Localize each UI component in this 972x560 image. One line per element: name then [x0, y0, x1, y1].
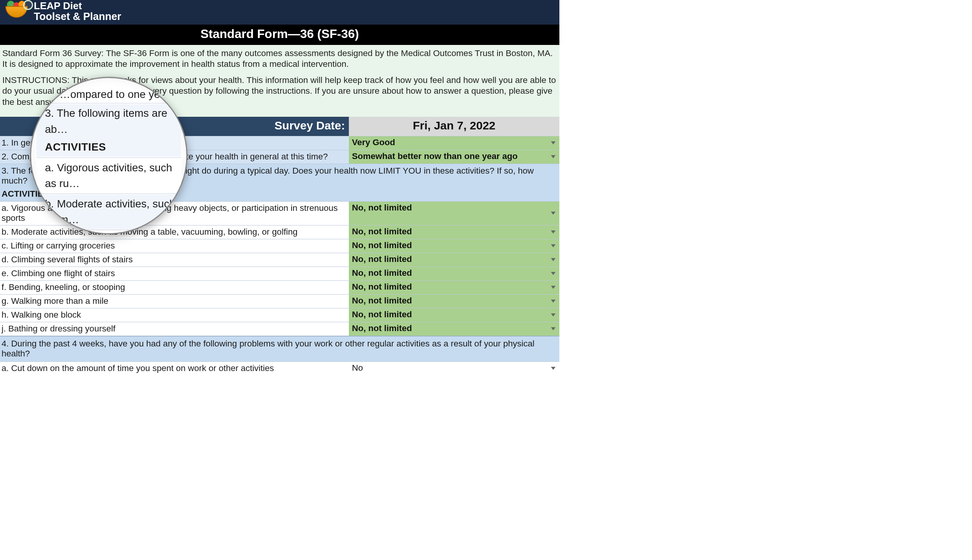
q3-item-answer-text: No, not limited	[352, 282, 412, 292]
q2-answer[interactable]: Somewhat better now than one year ago	[349, 150, 559, 163]
q4a-label: a. Cut down on the amount of time you sp…	[0, 362, 349, 375]
q3-item-answer-text: No, not limited	[352, 240, 412, 250]
brand-line-2: Toolset & Planner	[34, 11, 122, 22]
q3-item-row: c. Lifting or carrying groceriesNo, not …	[0, 239, 559, 253]
q3-item-answer-text: No, not limited	[352, 323, 412, 333]
survey-date-value: Fri, Jan 7, 2022	[349, 117, 559, 136]
dropdown-caret-icon	[551, 230, 555, 233]
dropdown-caret-icon	[551, 327, 555, 330]
intro-paragraph-1: Standard Form 36 Survey: The SF-36 Form …	[2, 48, 557, 70]
q3-item-row: g. Walking more than a mileNo, not limit…	[0, 294, 559, 308]
q4a-row: a. Cut down on the amount of time you sp…	[0, 362, 559, 375]
q3-item-answer-text: No, not limited	[352, 310, 412, 319]
top-bar: LEAP Diet Toolset & Planner	[0, 0, 559, 25]
q3-item-answer-text: No, not limited	[352, 296, 412, 305]
mag-line-1: 3. The following items are ab…	[37, 104, 181, 138]
q3-item-row: f. Bending, kneeling, or stoopingNo, not…	[0, 280, 559, 294]
dropdown-caret-icon	[551, 272, 555, 275]
q3-item-label: e. Climbing one flight of stairs	[0, 267, 349, 280]
q3-item-answer[interactable]: No, not limited	[349, 225, 559, 239]
magnifier-overlay: …ompared to one year… 3. The following i…	[30, 77, 187, 234]
q3-item-answer[interactable]: No, not limited	[349, 267, 559, 280]
q3-item-answer[interactable]: No, not limited	[349, 322, 559, 336]
q3-item-label: b. Moderate activities, such as moving a…	[0, 225, 349, 239]
q4a-answer-text: No	[352, 363, 363, 373]
q3-item-label: d. Climbing several flights of stairs	[0, 253, 349, 267]
q1-answer[interactable]: Very Good	[349, 137, 559, 150]
dropdown-caret-icon	[551, 258, 555, 261]
dropdown-caret-icon	[551, 141, 555, 144]
mag-line-a: a. Vigorous activities, such as ru…	[37, 158, 181, 193]
app-logo	[3, 1, 32, 22]
q3-item-label: j. Bathing or dressing yourself	[0, 322, 349, 336]
dropdown-caret-icon	[551, 313, 555, 317]
brand-line-1: LEAP Diet	[34, 1, 122, 11]
q3-item-answer-text: No, not limited	[352, 254, 412, 264]
q1-answer-text: Very Good	[352, 138, 395, 147]
magnifier-icon	[23, 0, 33, 10]
q3-item-row: h. Walking one blockNo, not limited	[0, 308, 559, 322]
q2-answer-text: Somewhat better now than one year ago	[352, 151, 517, 161]
q4a-answer[interactable]: No	[349, 362, 559, 375]
mag-activities: ACTIVITIES	[37, 138, 181, 156]
q3-item-label: h. Walking one block	[0, 308, 349, 322]
q3-item-answer[interactable]: No, not limited	[349, 239, 559, 253]
brand-text: LEAP Diet Toolset & Planner	[34, 1, 122, 22]
q3-item-answer[interactable]: No, not limited	[349, 295, 559, 308]
q3-item-answer[interactable]: No, not limited	[349, 281, 559, 294]
q3-item-answer-text: No, not limited	[352, 268, 412, 278]
dropdown-caret-icon	[551, 244, 555, 247]
q3-item-label: f. Bending, kneeling, or stooping	[0, 281, 349, 294]
q4-header: 4. During the past 4 weeks, have you had…	[0, 336, 559, 362]
dropdown-caret-icon	[551, 155, 555, 158]
q3-item-row: d. Climbing several flights of stairsNo,…	[0, 253, 559, 267]
q3-item-answer[interactable]: No, not limited	[349, 253, 559, 267]
q3-item-answer-text: No, not limited	[352, 203, 412, 212]
q3-item-answer[interactable]: No, not limited	[349, 308, 559, 322]
dropdown-caret-icon	[551, 367, 555, 370]
q3-item-label: c. Lifting or carrying groceries	[0, 239, 349, 253]
dropdown-caret-icon	[551, 286, 555, 289]
q3-item-label: g. Walking more than a mile	[0, 295, 349, 308]
q3-item-row: j. Bathing or dressing yourselfNo, not l…	[0, 322, 559, 336]
q3-item-answer[interactable]: No, not limited	[349, 202, 559, 225]
page-title: Standard Form—36 (SF-36)	[0, 25, 559, 45]
q3-item-row: e. Climbing one flight of stairsNo, not …	[0, 267, 559, 280]
page: LEAP Diet Toolset & Planner Standard For…	[0, 0, 559, 315]
q3-item-answer-text: No, not limited	[352, 227, 412, 236]
dropdown-caret-icon	[551, 300, 555, 303]
dropdown-caret-icon	[551, 212, 555, 215]
